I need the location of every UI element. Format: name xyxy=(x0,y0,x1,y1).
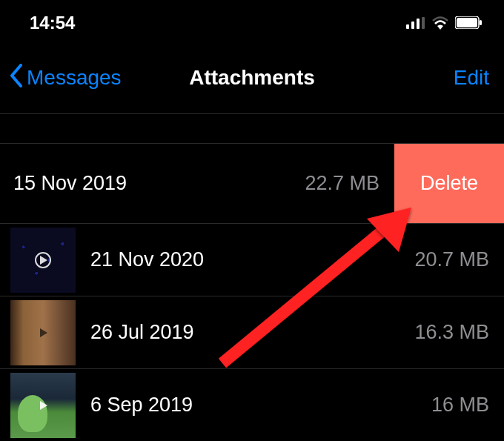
attachment-size: 16.3 MB xyxy=(414,321,489,344)
attachment-date: 6 Sep 2019 xyxy=(90,394,417,417)
play-icon xyxy=(36,398,50,413)
svg-rect-2 xyxy=(417,19,420,29)
attachment-row[interactable]: 6 Sep 2019 16 MB xyxy=(0,369,504,441)
svg-rect-0 xyxy=(406,24,409,29)
status-icons xyxy=(406,16,482,30)
attachment-thumbnail xyxy=(10,300,76,365)
svg-rect-3 xyxy=(422,17,425,29)
attachment-date: 15 Nov 2019 xyxy=(13,172,127,195)
delete-label: Delete xyxy=(420,172,478,195)
svg-rect-5 xyxy=(457,18,477,27)
nav-bar: Messages Attachments Edit xyxy=(0,42,504,114)
back-label: Messages xyxy=(27,66,122,90)
attachment-size: 20.7 MB xyxy=(414,248,489,271)
attachment-row[interactable]: 26 Jul 2019 16.3 MB xyxy=(0,296,504,369)
attachment-size: 22.7 MB xyxy=(305,172,379,195)
svg-rect-6 xyxy=(480,20,482,25)
battery-icon xyxy=(455,16,482,29)
status-time: 14:54 xyxy=(30,13,75,33)
status-bar: 14:54 xyxy=(0,0,504,42)
svg-rect-1 xyxy=(411,21,414,29)
attachment-size: 16 MB xyxy=(431,394,489,417)
back-button[interactable]: Messages xyxy=(9,64,122,91)
attachment-thumbnail xyxy=(10,373,76,438)
delete-button[interactable]: Delete xyxy=(394,144,504,223)
attachment-date: 26 Jul 2019 xyxy=(90,321,399,344)
edit-button[interactable]: Edit xyxy=(454,66,489,90)
attachment-list: 21 Nov 2020 20.7 MB 26 Jul 2019 16.3 MB … xyxy=(0,224,504,441)
section-spacer xyxy=(0,114,504,144)
page-title: Attachments xyxy=(189,66,315,90)
play-icon xyxy=(36,325,50,340)
attachment-row[interactable]: 21 Nov 2020 20.7 MB xyxy=(0,224,504,296)
attachment-date: 21 Nov 2020 xyxy=(90,248,399,271)
attachment-row-content: 15 Nov 2019 22.7 MB xyxy=(0,144,394,223)
play-icon xyxy=(36,253,50,268)
wifi-icon xyxy=(431,16,449,30)
attachment-thumbnail xyxy=(10,228,76,293)
chevron-left-icon xyxy=(9,64,24,91)
attachment-row-swiped[interactable]: 15 Nov 2019 22.7 MB Delete xyxy=(0,144,504,224)
cellular-icon xyxy=(406,17,425,29)
